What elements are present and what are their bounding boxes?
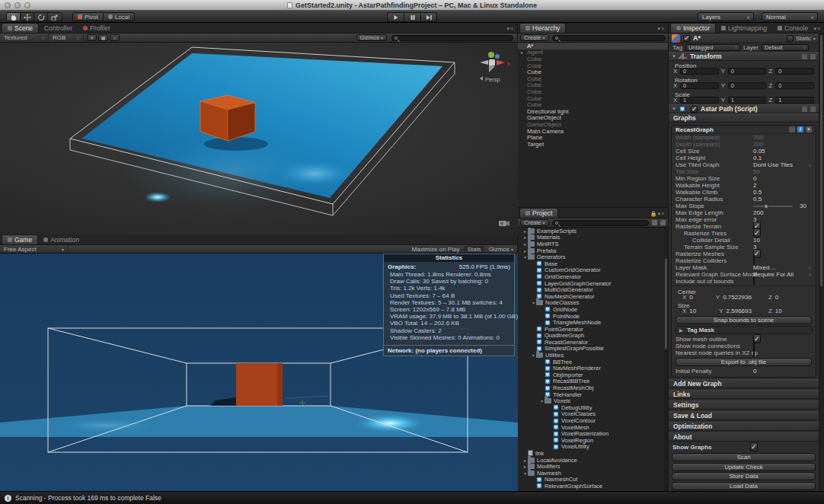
tab-scene[interactable]: Scene <box>2 23 39 33</box>
gameobject-name-field[interactable]: A* <box>693 34 784 42</box>
project-item[interactable]: link <box>518 450 668 457</box>
recast-setting-row[interactable]: Max edge error3 <box>672 216 816 223</box>
stats-toggle[interactable]: Stats <box>464 246 484 253</box>
create-button[interactable]: Create▾ <box>520 34 549 41</box>
foldout-icon[interactable]: ▼ <box>672 107 676 111</box>
scene-skybox-toggle[interactable]: ▦ <box>98 34 108 41</box>
layers-dropdown[interactable]: Layers▾ <box>698 12 754 21</box>
transform-field[interactable]: 0 <box>728 82 767 89</box>
project-item[interactable]: RecastGenerator <box>518 339 668 346</box>
hierarchy-item[interactable]: Cube <box>518 82 668 89</box>
project-search-input[interactable] <box>552 220 649 226</box>
scene-gizmos-dropdown[interactable]: Gizmos▾ <box>356 34 387 41</box>
project-item[interactable]: PointGenerator <box>518 326 668 333</box>
recast-setting-row[interactable]: Rasterize Trees <box>672 230 816 237</box>
project-item[interactable]: ▸LocalAvoidance <box>518 457 668 464</box>
project-item[interactable]: VoxelContour <box>518 417 668 424</box>
recast-setting-row[interactable]: Max Edge Length200 <box>672 209 816 216</box>
step-button[interactable] <box>420 12 437 22</box>
color-mode-dropdown[interactable]: RGB↕ <box>49 33 84 42</box>
panel-menu-icon[interactable]: ▾≡ <box>506 26 514 32</box>
hierarchy-item[interactable]: Cube <box>518 101 668 108</box>
checkbox[interactable] <box>753 348 755 357</box>
project-item[interactable]: VoxelMesh <box>518 424 668 431</box>
project-item[interactable]: BBTree <box>518 359 668 365</box>
project-item[interactable]: DebugUtility <box>518 404 668 411</box>
project-item[interactable]: TriangleMeshNode <box>518 319 668 326</box>
hierarchy-item[interactable]: Cube <box>518 95 668 102</box>
hierarchy-item[interactable]: GameObject <box>518 121 668 128</box>
store-data-button[interactable]: Store Data <box>672 472 816 480</box>
lock-icon[interactable]: ▾≡ <box>813 26 821 32</box>
tab-inspector[interactable]: Inspector <box>670 23 716 33</box>
project-item[interactable]: ▾NodeClasses <box>518 300 668 307</box>
checkbox[interactable] <box>753 276 755 285</box>
project-item[interactable]: QuadtreeGraph <box>518 333 668 340</box>
recast-setting-row[interactable]: Use Tiled GraphDont Use Tiles↕ <box>672 161 816 168</box>
snap-bounds-button[interactable]: Snap bounds to scene <box>675 316 812 324</box>
info-icon[interactable]: i <box>797 126 803 132</box>
scene-lighting-toggle[interactable]: ☀ <box>87 34 97 41</box>
scene-viewport[interactable]: x Persp <box>0 43 518 234</box>
recast-setting-row[interactable]: Rasterize Meshes <box>672 250 816 257</box>
tab-console[interactable]: Console <box>772 23 813 33</box>
project-item[interactable]: ▸Prefabs <box>518 247 668 254</box>
project-item[interactable]: PointNode <box>518 313 668 320</box>
recast-setting-row[interactable]: Rasterize Terrain <box>672 223 816 230</box>
tab-hierarchy[interactable]: Hierarchy <box>519 23 566 33</box>
project-item[interactable]: ▾Utilities <box>518 352 668 359</box>
recast-setting-row[interactable]: Min Region Size0 <box>672 175 816 182</box>
project-item[interactable]: RecastMeshObj <box>518 384 668 391</box>
transform-field[interactable]: 1 <box>680 97 719 104</box>
recast-setting-row[interactable]: Rasterize Colliders <box>672 257 816 264</box>
panel-menu-icon[interactable]: ▾≡ <box>657 26 665 32</box>
scale-tool-button[interactable] <box>48 13 62 21</box>
gizmo-toggle-icon[interactable] <box>789 126 795 132</box>
project-item[interactable]: ▸Materials <box>518 234 668 241</box>
project-item[interactable]: RecastBBTree <box>518 378 668 385</box>
pivot-toggle-button[interactable]: Pivot <box>72 12 104 21</box>
project-item[interactable]: RelevantGraphSurface <box>518 483 668 490</box>
recast-setting-row[interactable]: Cell Size0.05 <box>672 148 816 155</box>
tab-controller[interactable]: Controller <box>39 23 78 33</box>
project-item[interactable]: ▾Voxels <box>518 397 668 404</box>
rotate-tool-button[interactable] <box>34 13 48 21</box>
recast-setting-row[interactable]: Relevant Graph Surface ModeRequire For A… <box>672 271 816 278</box>
tab-project[interactable]: Project <box>519 208 558 218</box>
project-scrollbar[interactable] <box>664 228 668 491</box>
scene-cube[interactable] <box>200 95 255 141</box>
static-dropdown[interactable]: Static ▾ <box>787 35 816 42</box>
tag-dropdown[interactable]: Untagged↕ <box>685 44 740 51</box>
hierarchy-item[interactable]: A* <box>518 43 668 49</box>
scene-audio-toggle[interactable]: ♪ <box>110 34 120 41</box>
recast-toggle-row[interactable]: Show node connections <box>672 343 816 349</box>
hierarchy-item[interactable]: Cube <box>518 62 668 69</box>
scan-button[interactable]: Scan <box>672 453 816 461</box>
hierarchy-item[interactable]: Cube <box>518 56 668 62</box>
inspector-scrollbar[interactable] <box>819 33 824 491</box>
hierarchy-item[interactable]: Target <box>518 141 668 148</box>
transform-field[interactable]: 1 <box>728 97 767 104</box>
project-item[interactable]: CustomGridGenerator <box>518 267 668 274</box>
foldout-icon[interactable]: ▼ <box>672 54 676 59</box>
gear-icon[interactable] <box>810 54 816 59</box>
gear-icon[interactable] <box>810 107 816 112</box>
game-gizmos-dropdown[interactable]: Gizmos ▾ <box>489 246 513 253</box>
project-item[interactable]: ObjImporter <box>518 372 668 378</box>
show-graphs-checkbox[interactable] <box>750 442 758 451</box>
project-item[interactable]: VoxelRegion <box>518 437 668 444</box>
section-header-about[interactable]: About <box>669 432 819 442</box>
project-item[interactable]: ▸ExampleScripts <box>518 228 668 234</box>
tab-animation[interactable]: Animation <box>38 234 85 244</box>
size-vector[interactable]: X10 Y2.596693 Z10 <box>672 308 816 314</box>
persp-label[interactable]: Persp <box>485 76 500 83</box>
transform-field[interactable]: 0 <box>775 68 814 75</box>
recast-toggle-row[interactable]: Nearest node queries in XZ sp <box>672 349 816 356</box>
layout-dropdown[interactable]: Normal▾ <box>762 12 818 21</box>
project-item[interactable]: ▾Generators <box>518 254 668 260</box>
load-data-button[interactable]: Load Data <box>672 482 816 490</box>
recast-setting-row[interactable]: Cell Height0.1 <box>672 155 816 161</box>
section-header-optimization[interactable]: Optimization <box>669 422 819 431</box>
move-tool-button[interactable] <box>21 13 34 21</box>
project-item[interactable]: SimplestGraphPossible <box>518 346 668 352</box>
